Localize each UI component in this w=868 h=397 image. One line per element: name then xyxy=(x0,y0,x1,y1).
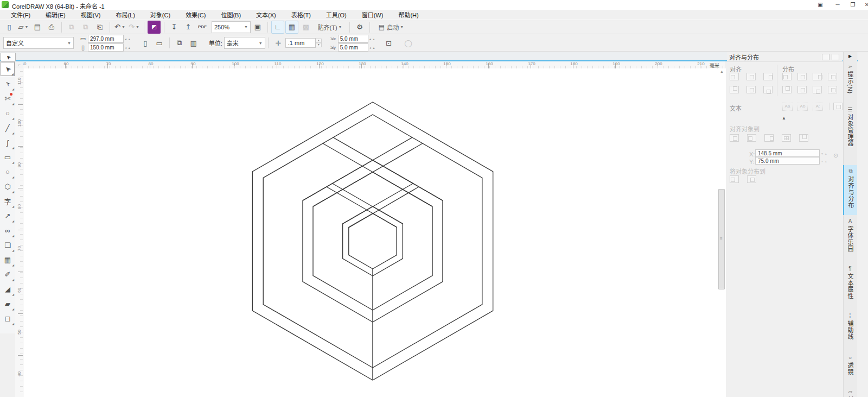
page-width-field[interactable]: 297.0 mm xyxy=(88,35,124,43)
polygon-tool[interactable]: ⬡◢ xyxy=(1,179,15,193)
zoom-level-select[interactable]: 250%▼ xyxy=(212,21,251,33)
docker-close-button[interactable] xyxy=(832,54,839,60)
print-button[interactable]: ⎙ xyxy=(45,21,58,34)
smart-fill-tool[interactable]: ▰◢ xyxy=(1,297,15,311)
drawing-canvas[interactable] xyxy=(23,68,726,397)
import-button[interactable]: ↧ xyxy=(168,21,181,34)
search-content-button[interactable]: ◩ xyxy=(148,21,161,34)
outline-tool-icon: ◻ xyxy=(5,314,11,323)
menu-窗口W[interactable]: 窗口(W) xyxy=(354,10,391,20)
nudge-field[interactable]: .1 mm xyxy=(285,38,316,48)
fullscreen-preview-button[interactable]: ▣ xyxy=(251,21,264,34)
tab-text-properties[interactable]: ¶文本属性 xyxy=(843,263,857,310)
horizontal-ruler[interactable]: 5060708090100110120130140150160170180190… xyxy=(23,61,725,69)
v-ruler-number: 90 xyxy=(17,161,22,169)
vertical-ruler[interactable]: 110100908070605040 xyxy=(15,68,23,397)
vertical-scrollbar[interactable] xyxy=(718,189,725,289)
all-pages-button[interactable]: ⧉ xyxy=(173,36,186,49)
duplicate-y-field[interactable]: 5.0 mm xyxy=(338,43,368,52)
portrait-button[interactable]: ▯ xyxy=(139,36,152,49)
collapse-arrow[interactable]: ▲ xyxy=(782,116,786,121)
menu-帮助H[interactable]: 帮助(H) xyxy=(391,10,426,20)
menu-布局L[interactable]: 布局(L) xyxy=(108,10,142,20)
nudge-stepper[interactable]: ▴▾ xyxy=(316,39,322,47)
connector-tool[interactable]: ∞◢ xyxy=(1,223,15,237)
artistic-media-tool[interactable]: ʃ◢ xyxy=(1,135,15,149)
pick-tool[interactable]: ➤◢ xyxy=(1,62,15,76)
menu-对象C[interactable]: 对象(C) xyxy=(143,10,178,20)
tab-guidelines[interactable]: ⁞辅助线 xyxy=(843,310,857,351)
open-button[interactable]: ▱▼ xyxy=(17,21,30,34)
rectangle-tool[interactable]: ▭◢ xyxy=(1,150,15,164)
export-button[interactable]: ↥ xyxy=(182,21,195,34)
ellipse-tool[interactable]: ○◢ xyxy=(1,165,15,179)
tab-align-distribute[interactable]: ⧉对齐与分布 xyxy=(843,165,857,215)
paste-button[interactable]: ⎗ xyxy=(93,21,106,34)
crop-tool[interactable]: ✄◢ xyxy=(1,91,15,105)
shape-tool[interactable]: ➢◢ xyxy=(1,77,15,91)
freehand-tool[interactable]: ╱◢ xyxy=(1,121,15,135)
flyout-arrow: ◢ xyxy=(12,190,14,193)
page-preset-select[interactable]: 自定义 ▼ xyxy=(3,37,74,49)
align-option xyxy=(730,73,739,80)
menu-文件F[interactable]: 文件(F) xyxy=(3,10,38,20)
transparency-tool[interactable]: ▦◢ xyxy=(1,253,15,267)
drop-shadow-tool[interactable]: ❏◢ xyxy=(1,238,15,252)
parallel-dimension-tool[interactable]: ↗◢ xyxy=(1,209,15,223)
tab-lens[interactable]: ○透镜 xyxy=(843,352,857,386)
tab-object-manager[interactable]: ☰对象管理器 xyxy=(843,104,857,165)
align-to-option xyxy=(799,134,808,142)
treat-as-filled-button[interactable]: ⊡ xyxy=(382,36,395,49)
freehand-tool-icon: ╱ xyxy=(5,124,10,132)
snap-to-button[interactable]: 贴齐(T)▼ xyxy=(314,21,346,34)
rectangle-tool-icon: ▭ xyxy=(4,153,11,161)
options-button[interactable]: ⚙ xyxy=(353,21,366,34)
restore-button[interactable]: ❐ xyxy=(845,0,860,10)
menu-文本X[interactable]: 文本(X) xyxy=(248,10,284,20)
new-document-button[interactable]: ▯ xyxy=(3,21,16,34)
menu-编辑E[interactable]: 编辑(E) xyxy=(38,10,73,20)
show-grid-button[interactable]: ▦ xyxy=(285,21,298,34)
menu-表格T[interactable]: 表格(T) xyxy=(284,10,318,20)
tab-font-playground[interactable]: A字体乐园 xyxy=(843,216,857,262)
h-ruler-number: 100 xyxy=(232,61,239,66)
units-select[interactable]: 毫米 ▼ xyxy=(224,37,265,49)
menu-工具O[interactable]: 工具(O) xyxy=(318,10,354,20)
coreldraw-logo-icon xyxy=(2,1,9,8)
launch-button[interactable]: ▤启动▼ xyxy=(373,21,409,34)
outline-tool[interactable]: ◻◢ xyxy=(1,311,15,325)
landscape-button[interactable]: ▭ xyxy=(153,36,166,49)
connector-tool-icon: ∞ xyxy=(5,226,10,235)
duplicate-x-field[interactable]: 5.0 mm xyxy=(338,35,368,43)
x-coordinate-field[interactable]: 148.5 mm xyxy=(755,149,820,157)
color-eyedropper-tool[interactable]: ✐◢ xyxy=(1,267,15,281)
zoom-tool[interactable]: ○◢ xyxy=(1,106,15,120)
docker-float-button[interactable] xyxy=(822,54,829,60)
undo-button[interactable]: ↶▼ xyxy=(113,21,126,34)
publish-pdf-button[interactable]: PDF xyxy=(196,21,209,34)
divider xyxy=(829,103,829,110)
interactive-fill-tool[interactable]: ◢◢ xyxy=(1,282,15,296)
menu-效果C[interactable]: 效果(C) xyxy=(178,10,213,20)
page-height-field[interactable]: 150.0 mm xyxy=(88,43,124,52)
tab-strip-menu-arrow[interactable]: ▶ xyxy=(848,54,852,59)
hexagon-outline xyxy=(349,213,397,269)
account-button[interactable]: ▣ xyxy=(813,0,828,10)
cut-button: ⧉ xyxy=(65,21,78,34)
show-rulers-button[interactable]: ∟ xyxy=(271,21,284,34)
tab-envelope[interactable]: ▱封套‥ xyxy=(843,386,857,397)
minimize-button[interactable]: ─ xyxy=(830,0,845,10)
toolbar-separator xyxy=(369,22,370,33)
h-ruler-number: 170 xyxy=(528,61,535,66)
current-page-button[interactable]: ▥ xyxy=(187,36,200,49)
save-button[interactable]: ▤ xyxy=(31,21,44,34)
polygon-tool-icon: ⬡ xyxy=(4,182,10,191)
scroll-up-arrow[interactable]: ▲ xyxy=(719,70,724,74)
ruler-origin[interactable]: ⌐ xyxy=(15,61,23,69)
close-button[interactable]: ✕ xyxy=(859,0,868,10)
menu-位图B[interactable]: 位图(B) xyxy=(213,10,248,20)
menu-视图V[interactable]: 视图(V) xyxy=(73,10,108,20)
y-coordinate-field[interactable]: 75.0 mm xyxy=(755,157,820,165)
tab-hints[interactable]: ➢提示(N) xyxy=(843,61,857,103)
text-tool[interactable]: 字◢ xyxy=(1,194,15,208)
